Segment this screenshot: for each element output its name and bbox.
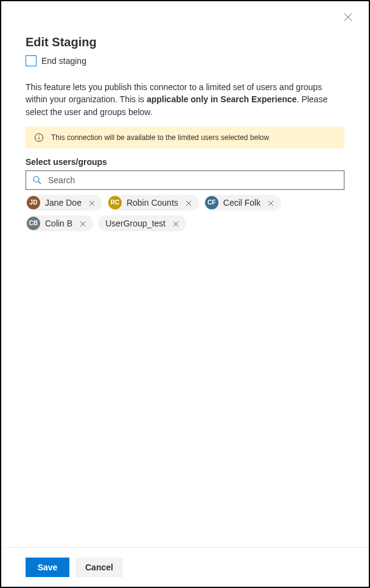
save-button[interactable]: Save (26, 558, 69, 577)
remove-chip-icon[interactable] (173, 219, 181, 228)
user-chip[interactable]: RCRobin Counts (107, 195, 199, 211)
remove-chip-icon[interactable] (80, 219, 88, 228)
chip-label: UserGroup_test (105, 219, 166, 228)
chip-label: Robin Counts (127, 198, 178, 208)
info-banner-text: This connection will be available to the… (51, 133, 269, 142)
footer: Save Cancel (1, 547, 369, 587)
close-button[interactable] (343, 12, 355, 24)
selected-chips: JDJane DoeRCRobin CountsCFCecil FolkCBCo… (26, 195, 344, 231)
remove-chip-icon[interactable] (89, 198, 97, 207)
page-title: Edit Staging (26, 35, 344, 49)
checkbox-box (26, 55, 37, 66)
cancel-button[interactable]: Cancel (75, 558, 123, 577)
user-chip[interactable]: JDJane Doe (26, 195, 102, 211)
description-bold: applicable only in Search Experience (147, 94, 297, 104)
user-chip[interactable]: CBColin B (26, 215, 93, 231)
svg-line-6 (38, 181, 41, 184)
svg-point-5 (33, 177, 39, 182)
info-banner: This connection will be available to the… (26, 127, 344, 149)
search-input[interactable] (47, 175, 338, 186)
description-text: This feature lets you publish this conne… (26, 81, 344, 118)
search-box[interactable] (26, 170, 344, 190)
edit-staging-panel: Edit Staging End staging This feature le… (1, 1, 369, 587)
close-icon (343, 12, 353, 22)
end-staging-checkbox[interactable]: End staging (26, 55, 344, 66)
svg-point-4 (38, 135, 39, 136)
user-chip[interactable]: CFCecil Folk (204, 195, 281, 211)
info-icon (34, 133, 44, 142)
avatar: RC (108, 196, 122, 209)
avatar: CF (205, 196, 218, 209)
checkbox-label: End staging (41, 56, 86, 66)
chip-label: Cecil Folk (223, 198, 260, 208)
user-chip[interactable]: UserGroup_test (98, 215, 186, 231)
chip-label: Jane Doe (45, 198, 82, 208)
remove-chip-icon[interactable] (268, 198, 276, 207)
chip-label: Colin B (45, 219, 72, 228)
remove-chip-icon[interactable] (186, 198, 194, 207)
select-users-label: Select users/groups (26, 157, 344, 167)
avatar: JD (27, 196, 40, 209)
search-icon (32, 175, 42, 185)
avatar: CB (27, 217, 40, 230)
